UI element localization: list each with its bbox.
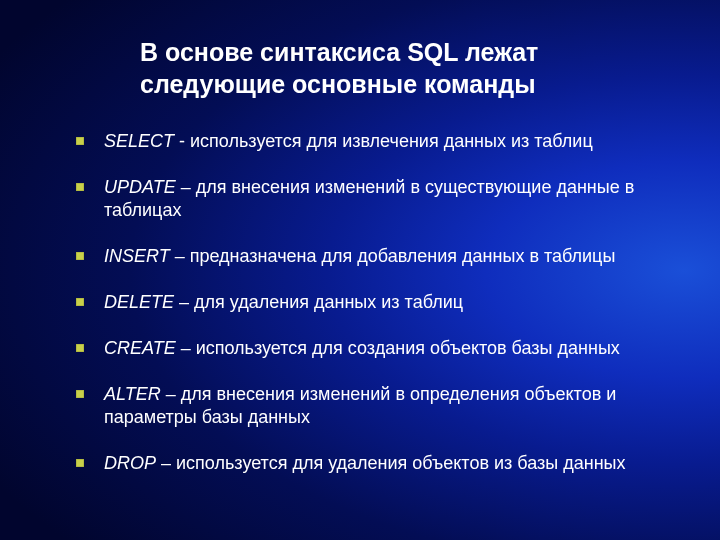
command-name: DELETE (104, 292, 174, 312)
command-name: ALTER (104, 384, 161, 404)
separator: – (174, 292, 194, 312)
command-desc-cont: параметры базы данных (104, 406, 670, 429)
separator: – (156, 453, 176, 473)
command-desc: предназначена для добавления данных в та… (190, 246, 616, 266)
list-item: SELECT - используется для извлечения дан… (76, 130, 670, 153)
separator: – (170, 246, 190, 266)
command-desc: используется для создания объектов базы … (196, 338, 620, 358)
title-line-2: следующие основные команды (140, 70, 536, 98)
command-name: UPDATE (104, 177, 176, 197)
list-item: DROP – используется для удаления объекто… (76, 452, 670, 475)
separator: – (176, 338, 196, 358)
command-list: SELECT - используется для извлечения дан… (50, 130, 670, 475)
list-item: CREATE – используется для создания объек… (76, 337, 670, 360)
command-desc: используется для извлечения данных из та… (190, 131, 593, 151)
title-line-1: В основе синтаксиса SQL лежат (140, 38, 538, 66)
list-item: ALTER – для внесения изменений в определ… (76, 383, 670, 429)
list-item: INSERT – предназначена для добавления да… (76, 245, 670, 268)
list-item: DELETE – для удаления данных из таблиц (76, 291, 670, 314)
command-desc: для удаления данных из таблиц (194, 292, 463, 312)
command-name: CREATE (104, 338, 176, 358)
command-desc: для внесения изменений в определения объ… (181, 384, 617, 404)
separator: – (161, 384, 181, 404)
command-name: INSERT (104, 246, 170, 266)
slide-title: В основе синтаксиса SQL лежат следующие … (140, 36, 670, 100)
command-name: SELECT (104, 131, 174, 151)
separator: – (176, 177, 196, 197)
command-desc: для внесения изменений в существующие да… (196, 177, 635, 197)
separator: - (174, 131, 190, 151)
command-desc-cont: таблицах (104, 199, 670, 222)
list-item: UPDATE – для внесения изменений в сущест… (76, 176, 670, 222)
slide: В основе синтаксиса SQL лежат следующие … (0, 0, 720, 540)
command-desc: используется для удаления объектов из ба… (176, 453, 626, 473)
command-name: DROP (104, 453, 156, 473)
